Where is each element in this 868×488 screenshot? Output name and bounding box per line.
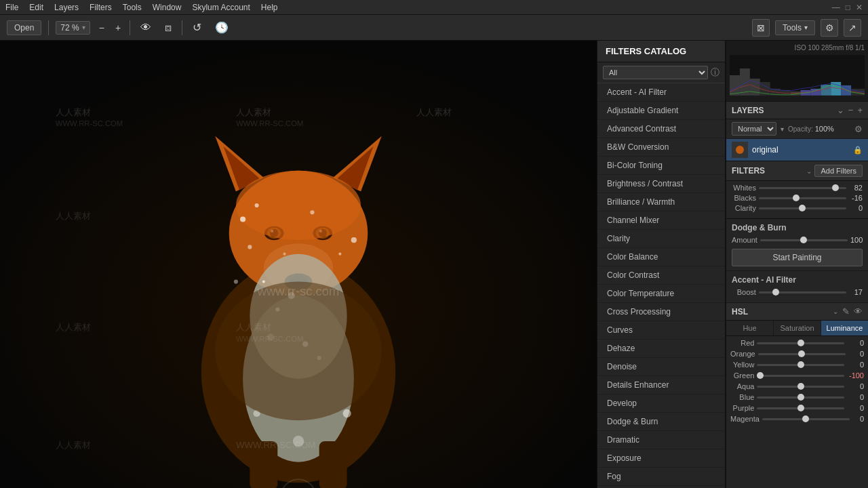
amount-label: Amount [732,236,757,244]
hsl-slider-yellow[interactable] [757,364,844,366]
catalog-filter-select[interactable]: All [603,66,708,79]
whites-value: 82 [849,184,863,192]
catalog-item-11[interactable]: Color Temperature [597,285,725,303]
window-maximize[interactable]: □ [846,3,850,12]
layers-title: LAYERS [732,106,837,115]
catalog-item-21[interactable]: Fog [597,468,725,486]
svg-point-31 [338,253,341,256]
hsl-tab-hue[interactable]: Hue [726,321,774,336]
compare-icon[interactable]: ⧈ [161,20,175,35]
hsl-label-orange: Orange [730,350,755,358]
layer-settings-icon[interactable]: ⚙ [854,124,863,134]
clarity-slider[interactable] [759,207,846,209]
hsl-slider-blue[interactable] [757,396,844,399]
catalog-item-17[interactable]: Develop [597,394,725,413]
catalog-info-button[interactable]: ⓘ [711,66,719,79]
zoom-out-button[interactable]: − [97,22,106,33]
zoom-in-button[interactable]: + [113,22,123,33]
svg-point-30 [234,280,238,284]
menu-skylum-account[interactable]: Skylum Account [192,3,250,12]
export-icon[interactable]: ↗ [844,19,861,37]
hsl-row-blue: Blue0 [730,393,864,401]
catalog-item-16[interactable]: Details Enhancer [597,376,725,394]
hsl-label-magenta: Magenta [730,415,760,423]
eye-icon[interactable]: 👁 [137,20,155,35]
menu-layers[interactable]: Layers [54,3,79,12]
clarity-value: 0 [849,204,863,212]
whites-slider[interactable] [759,187,846,189]
amount-slider[interactable] [760,239,848,241]
svg-point-36 [342,409,351,418]
blacks-slider[interactable] [759,197,846,199]
start-painting-button[interactable]: Start Painting [732,249,863,266]
catalog-item-4[interactable]: Bi-Color Toning [597,157,725,175]
hsl-slider-aqua[interactable] [757,386,844,388]
catalog-item-7[interactable]: Channel Mixer [597,211,725,230]
hsl-edit-icon[interactable]: ✎ [842,306,850,317]
layers-header: LAYERS ⌄ − + [726,102,868,119]
dodge-burn-title: Dodge & Burn [732,223,863,232]
open-button[interactable]: Open [7,20,41,35]
menu-help[interactable]: Help [261,3,278,12]
catalog-item-12[interactable]: Cross Processing [597,303,725,321]
catalog-item-5[interactable]: Brightness / Contrast [597,175,725,193]
catalog-item-19[interactable]: Dramatic [597,431,725,449]
menu-window[interactable]: Window [153,3,182,12]
catalog-search: All ⓘ [597,62,725,83]
hsl-label-purple: Purple [730,404,754,412]
hsl-slider-orange[interactable] [758,353,846,355]
lock-icon: 🔒 [853,146,863,155]
catalog-item-0[interactable]: Accent - AI Filter [597,83,725,102]
hsl-eye-icon[interactable]: 👁 [854,306,863,317]
window-minimize[interactable]: ― [832,3,840,12]
filters-sliders: Whites 82 Blacks -16 Clarity 0 [726,181,868,218]
add-filters-button[interactable]: Add Filters [814,165,863,177]
window-close[interactable]: ✕ [856,3,863,12]
menu-filters[interactable]: Filters [90,3,112,12]
menu-tools[interactable]: Tools [123,3,142,12]
amount-row: Amount 100 [732,236,863,244]
catalog-item-20[interactable]: Exposure [597,449,725,468]
hsl-row-purple: Purple0 [730,404,864,412]
hsl-tab-saturation[interactable]: Saturation [774,321,821,336]
canvas-image: 人人素材 WWW.RR-SC.COM 人人素材 WWW.RR-SC.COM 人人… [0,41,597,488]
svg-point-29 [351,237,357,243]
menu-file[interactable]: File [5,3,18,12]
layer-mode-select[interactable]: Normal [732,122,776,136]
canvas-area[interactable]: 人人素材 WWW.RR-SC.COM 人人素材 WWW.RR-SC.COM 人人… [0,41,597,488]
catalog-item-15[interactable]: Denoise [597,358,725,376]
histogram-info: ISO 100 285mm f/8 1/1 [730,44,865,52]
layers-collapse-button[interactable]: ⌄ [837,105,844,115]
hsl-slider-green[interactable] [757,375,844,377]
layers-subtract-button[interactable]: − [848,105,854,115]
svg-text:人人素材: 人人素材 [416,107,452,117]
filters-header: FILTERS ⌄ Add Filters [726,161,868,181]
catalog-item-18[interactable]: Dodge & Burn [597,413,725,431]
layer-controls: Normal ▾ Opacity: 100% ⚙ [726,119,868,139]
hsl-slider-purple[interactable] [757,407,844,409]
catalog-item-13[interactable]: Curves [597,321,725,340]
catalog-item-1[interactable]: Adjustable Gradient [597,102,725,120]
boost-slider[interactable] [759,291,846,293]
catalog-item-14[interactable]: Dehaze [597,340,725,358]
menu-edit[interactable]: Edit [29,3,43,12]
tools-button[interactable]: Tools ▾ [775,20,815,35]
layer-row[interactable]: original 🔒 [726,139,868,161]
history-icon[interactable]: 🕓 [212,20,232,35]
catalog-item-10[interactable]: Color Contrast [597,266,725,285]
undo-icon[interactable]: ↺ [189,20,205,35]
grid-icon[interactable]: ⊠ [752,19,770,37]
hsl-row-red: Red0 [730,339,864,347]
hsl-slider-red[interactable] [757,342,844,344]
hsl-slider-magenta[interactable] [762,418,850,420]
layers-add-button[interactable]: + [857,105,863,115]
settings-icon[interactable]: ⚙ [821,19,838,37]
catalog-item-3[interactable]: B&W Conversion [597,138,725,157]
zoom-control[interactable]: 72 % ▾ [56,21,90,35]
catalog-item-8[interactable]: Clarity [597,230,725,248]
catalog-item-6[interactable]: Brilliance / Warmth [597,193,725,211]
dodge-burn-block: Dodge & Burn Amount 100 Start Painting [726,219,868,271]
catalog-item-9[interactable]: Color Balance [597,248,725,266]
hsl-tab-luminance[interactable]: Luminance [821,321,868,336]
catalog-item-2[interactable]: Advanced Contrast [597,120,725,138]
